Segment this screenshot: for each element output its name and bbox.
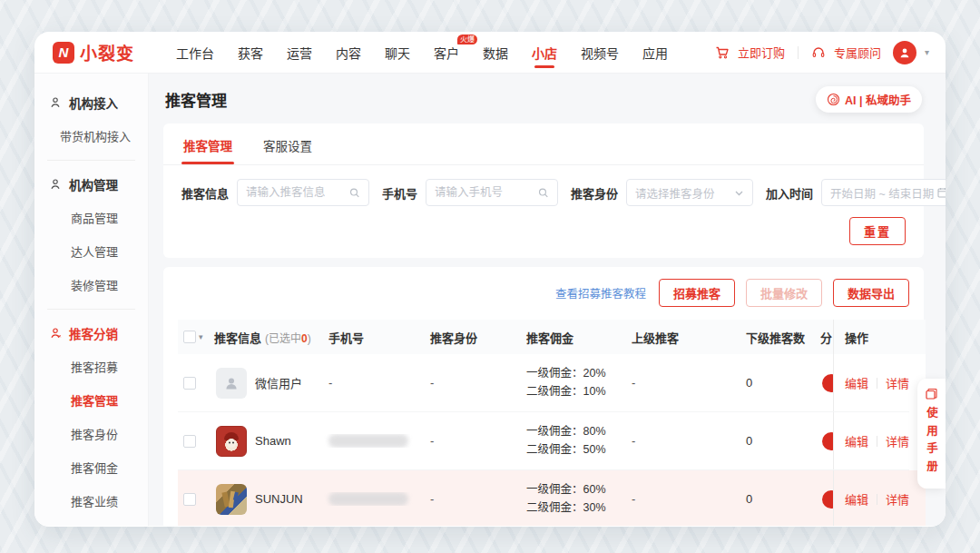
brand-logo[interactable]: N 小裂变: [53, 40, 154, 64]
edit-link[interactable]: 编辑: [839, 490, 868, 508]
avatar: [216, 484, 247, 515]
sidebar-item-promoter-performance[interactable]: 推客业绩: [34, 484, 148, 518]
nav-item-acquisition[interactable]: 获客: [238, 33, 263, 73]
promoter-info-input[interactable]: [246, 186, 349, 199]
sidebar-item-promoter-identity[interactable]: 推客身份: [34, 417, 148, 450]
blurred-phone: [328, 492, 408, 506]
cartoon-avatar-art: [221, 431, 241, 451]
sidebar-item-talent-mgmt[interactable]: 达人管理: [34, 234, 148, 268]
header-phone: 手机号: [323, 329, 425, 346]
identity-select-placeholder: 请选择推客身份: [635, 184, 715, 202]
promoter-name: SUNJUN: [255, 492, 303, 506]
recruit-tutorial-link[interactable]: 查看招募推客教程: [555, 284, 646, 301]
tab-promoter-mgmt[interactable]: 推客管理: [181, 123, 234, 164]
phone-input[interactable]: [435, 186, 538, 199]
join-time-range-picker[interactable]: 开始日期 ~ 结束日期: [821, 179, 946, 206]
commission-level2: 二级佣金：10%: [526, 383, 606, 400]
sidebar-group-label: 机构管理: [69, 175, 118, 193]
promoter-info-input-wrap: [237, 179, 369, 206]
action-separator: [877, 378, 877, 389]
nav-divider: [798, 46, 799, 59]
detail-link[interactable]: 详情: [886, 374, 909, 391]
detail-link[interactable]: 详情: [886, 432, 909, 449]
data-export-button[interactable]: 数据导出: [833, 279, 909, 307]
sidebar-item-promoter-commission[interactable]: 推客佣金: [34, 450, 148, 484]
parent-promoter: -: [626, 492, 740, 506]
detail-link[interactable]: 详情: [886, 490, 909, 508]
nav-item-content[interactable]: 内容: [336, 33, 361, 73]
truncated-red-tag: [822, 374, 833, 392]
row-checkbox[interactable]: [183, 493, 196, 506]
nav-item-shop[interactable]: 小店: [532, 33, 557, 73]
promoter-identity: -: [425, 492, 521, 506]
nav-item-apps[interactable]: 应用: [642, 33, 668, 73]
user-avatar[interactable]: [893, 41, 916, 64]
select-all-checkbox[interactable]: [183, 331, 196, 343]
identity-select[interactable]: 请选择推客身份: [626, 179, 753, 206]
avatar: [216, 426, 247, 457]
edit-link[interactable]: 编辑: [839, 374, 868, 391]
table-header-row: ▾ 推客信息 (已选中0) 手机号 推客身份 推客佣金 上级推客 下级推客数 分…: [178, 320, 909, 354]
sidebar-group-label: 机构接入: [69, 94, 118, 112]
batch-edit-button[interactable]: 批量修改: [746, 279, 822, 307]
sidebar-group-org-mgmt[interactable]: 机构管理: [34, 168, 148, 201]
sidebar-item-org-onboard[interactable]: 带货机构接入: [34, 119, 148, 153]
header-identity: 推客身份: [425, 329, 521, 346]
advisor-link[interactable]: 专属顾问: [834, 44, 881, 61]
sub-promoter-count: 0: [740, 434, 820, 448]
row-checkbox[interactable]: [183, 435, 196, 448]
brand-logo-icon: N: [53, 42, 74, 64]
header-parent-promoter: 上级推客: [626, 329, 740, 346]
nav-item-data[interactable]: 数据: [483, 33, 508, 73]
sidebar-item-promoter-recruit[interactable]: 推客招募: [34, 350, 148, 383]
nav-item-workbench[interactable]: 工作台: [176, 33, 214, 73]
reset-button[interactable]: 重置: [849, 217, 906, 245]
avatar: [216, 368, 247, 399]
promoter-table: ▾ 推客信息 (已选中0) 手机号 推客身份 推客佣金 上级推客 下级推客数 分…: [178, 320, 909, 526]
sidebar-item-asset-mgmt[interactable]: 资产管理: [34, 518, 148, 527]
action-separator: [877, 494, 877, 505]
header-sub-promoter-count: 下级推客数: [740, 329, 820, 346]
nav-item-customers-label: 客户: [434, 46, 459, 61]
nav-item-video[interactable]: 视频号: [581, 33, 619, 73]
order-now-link[interactable]: 立即订购: [738, 44, 785, 61]
truncated-red-tag: [822, 490, 833, 509]
nav-item-operations[interactable]: 运营: [287, 33, 312, 73]
hot-badge: 火爆: [457, 35, 477, 44]
phone-input-wrap: [426, 179, 558, 206]
selected-note: (已选中0): [265, 330, 311, 345]
search-icon[interactable]: [538, 187, 549, 199]
page-title: 推客管理: [165, 88, 227, 111]
filter-label-phone: 手机号: [382, 184, 417, 202]
chevron-down-icon[interactable]: ▾: [925, 47, 929, 57]
book-icon: [925, 388, 938, 401]
main-content: 推客管理 AI | 私域助手 推客管理 客服设置 推客信息: [149, 74, 946, 526]
promoter-name: Shawn: [255, 434, 291, 448]
sidebar-item-product-mgmt[interactable]: 商品管理: [34, 201, 148, 234]
filter-label-info: 推客信息: [181, 184, 229, 202]
user-manual-tab[interactable]: 使用手册: [917, 379, 946, 489]
promoter-phone: -: [323, 376, 425, 390]
ai-assistant-button[interactable]: AI | 私域助手: [816, 86, 922, 113]
tab-bar: 推客管理 客服设置: [163, 123, 924, 165]
recruit-promoter-button[interactable]: 招募推客: [659, 279, 735, 307]
nav-right-actions: 立即订购 专属顾问 ▾: [715, 41, 929, 64]
sidebar-item-decor-mgmt[interactable]: 装修管理: [34, 268, 148, 301]
sidebar-group-distribution[interactable]: 推客分销: [34, 317, 148, 350]
sidebar-group-org-access[interactable]: 机构接入: [34, 86, 148, 119]
search-icon[interactable]: [349, 187, 360, 199]
nav-item-customers[interactable]: 客户火爆: [434, 33, 459, 73]
ai-assistant-label: AI | 私域助手: [845, 91, 911, 108]
app-window: N 小裂变 工作台 获客 运营 内容 聊天 客户火爆 数据 小店 视频号 应用 …: [34, 32, 946, 527]
row-checkbox[interactable]: [183, 377, 196, 390]
nav-item-chat[interactable]: 聊天: [385, 33, 410, 73]
header-actions-label: 操作: [839, 329, 868, 346]
select-dropdown-caret[interactable]: ▾: [199, 332, 203, 341]
table-row: 微信用户 - - 一级佣金：20%二级佣金：10% - 0 编辑 详情: [178, 354, 909, 412]
sidebar-item-promoter-mgmt[interactable]: 推客管理: [34, 383, 148, 417]
selected-count: 0: [301, 332, 308, 345]
edit-link[interactable]: 编辑: [839, 432, 868, 449]
cart-icon: [715, 45, 730, 60]
tab-service-settings[interactable]: 客服设置: [261, 123, 314, 164]
header-promoter-info: 推客信息: [214, 329, 261, 346]
